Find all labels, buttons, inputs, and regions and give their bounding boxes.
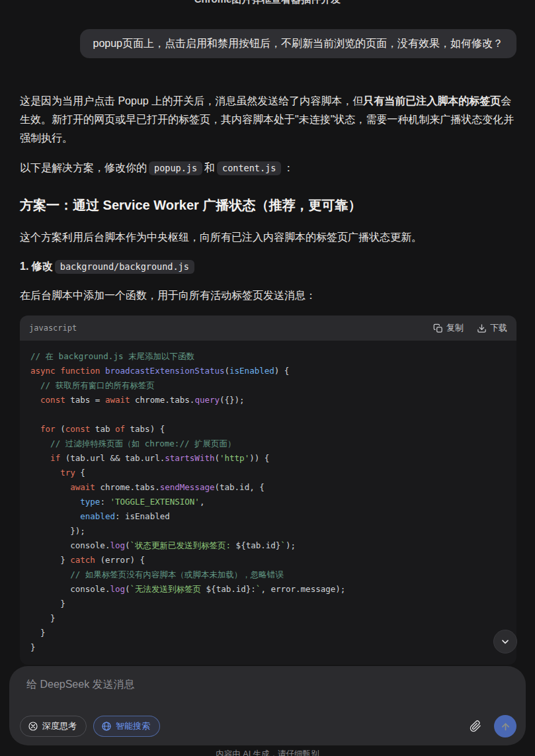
user-message-bubble: popup页面上，点击启用和禁用按钮后，不刷新当前浏览的页面，没有效果，如何修改… — [80, 29, 517, 58]
message-input[interactable] — [26, 678, 509, 707]
code-line: } — [30, 626, 506, 640]
user-message-row: popup页面上，点击启用和禁用按钮后，不刷新当前浏览的页面，没有效果，如何修改… — [20, 29, 516, 58]
text-segment: 1. 修改 — [20, 261, 53, 272]
code-line: } — [30, 597, 506, 611]
code-language-label: javascript — [29, 323, 77, 333]
code-line: try { — [30, 466, 506, 480]
atom-icon — [28, 721, 38, 732]
code-block-header: javascript 复制 下载 — [20, 315, 516, 341]
composer-toolbar: 深度思考 智能搜索 — [20, 715, 516, 737]
code-line: async function broadcastExtensionStatus(… — [30, 364, 506, 378]
code-line: enabled: isEnabled — [30, 509, 506, 524]
code-line: type: 'TOGGLE_EXTENSION', — [30, 495, 506, 509]
ai-disclaimer: 内容由 AI 生成，请仔细甄别 — [0, 749, 535, 756]
search-label: 智能搜索 — [116, 720, 150, 732]
chevron-down-icon — [500, 636, 511, 647]
code-line: const tabs = await chrome.tabs.query({})… — [30, 393, 506, 407]
scroll-to-bottom-button[interactable] — [493, 630, 517, 653]
arrow-up-icon — [500, 721, 511, 732]
download-icon — [477, 323, 487, 333]
code-line: await chrome.tabs.sendMessage(tab.id, { — [30, 480, 506, 495]
copy-icon — [433, 323, 443, 333]
section-heading: 方案一：通过 Service Worker 广播状态（推荐，更可靠） — [20, 196, 516, 214]
code-line: }); — [30, 524, 506, 538]
inline-code: content.js — [217, 161, 281, 175]
code-block: javascript 复制 下载 // 在 background.js 末尾添加… — [20, 315, 516, 665]
deepseek-chat-window: Chrome图片弹框查看器插件开发 popup页面上，点击启用和禁用按钮后，不刷… — [0, 0, 535, 756]
deepthink-toggle-button[interactable]: 深度思考 — [20, 716, 87, 737]
attach-file-button[interactable] — [466, 717, 485, 735]
copy-code-button[interactable]: 复制 — [433, 322, 464, 334]
text-segment: 和 — [204, 162, 215, 173]
globe-icon — [101, 721, 112, 732]
assistant-paragraph-3: 这个方案利用后台脚本作为中央枢纽，向所有已注入内容脚本的标签页广播状态更新。 — [20, 228, 516, 247]
text-segment: ： — [283, 162, 294, 173]
code-line: // 过滤掉特殊页面（如 chrome:// 扩展页面） — [30, 437, 506, 451]
text-segment: 以下是解决方案，修改你的 — [20, 162, 147, 173]
web-search-toggle-button[interactable]: 智能搜索 — [93, 716, 160, 737]
inline-code: background/background.js — [55, 260, 194, 274]
code-line: } catch (error) { — [30, 553, 506, 567]
text-segment: 这是因为当用户点击 Popup 上的开关后，消息虽然发送给了内容脚本，但 — [20, 95, 363, 106]
text-segment: 只有当前已注入脚本的标签页 — [363, 95, 501, 106]
code-line: if (tab.url && tab.url.startsWith('http'… — [30, 451, 506, 466]
code-line: // 如果标签页没有内容脚本（或脚本未加载），忽略错误 — [30, 567, 506, 582]
download-code-button[interactable]: 下载 — [477, 322, 507, 334]
inline-code: popup.js — [149, 161, 202, 175]
code-actions: 复制 下载 — [433, 322, 507, 334]
code-line: console.log(`无法发送到标签页 ${tab.id}:`, error… — [30, 582, 506, 597]
chat-title: Chrome图片弹框查看器插件开发 — [0, 0, 535, 6]
code-line: // 获取所有窗口的所有标签页 — [30, 378, 506, 393]
step-1-label: 1. 修改background/background.js — [20, 257, 516, 276]
code-line: for (const tab of tabs) { — [30, 422, 506, 437]
assistant-paragraph-2: 以下是解决方案，修改你的popup.js和content.js： — [20, 159, 516, 177]
code-line: } — [30, 640, 506, 655]
assistant-paragraph-4: 在后台脚本中添加一个函数，用于向所有活动标签页发送消息： — [20, 286, 516, 305]
send-message-button[interactable] — [494, 715, 516, 737]
download-label: 下载 — [490, 322, 507, 334]
code-content: // 在 background.js 末尾添加以下函数async functio… — [20, 341, 516, 665]
deepthink-label: 深度思考 — [42, 720, 77, 732]
paperclip-icon — [470, 720, 481, 732]
code-line: // 在 background.js 末尾添加以下函数 — [30, 349, 506, 364]
code-line — [30, 407, 506, 422]
copy-label: 复制 — [446, 322, 464, 334]
code-line: console.log(`状态更新已发送到标签页: ${tab.id}`); — [30, 538, 506, 553]
message-composer: 深度思考 智能搜索 — [9, 666, 526, 745]
assistant-paragraph-1: 这是因为当用户点击 Popup 上的开关后，消息虽然发送给了内容脚本，但只有当前… — [20, 92, 516, 147]
code-line: } — [30, 611, 506, 626]
